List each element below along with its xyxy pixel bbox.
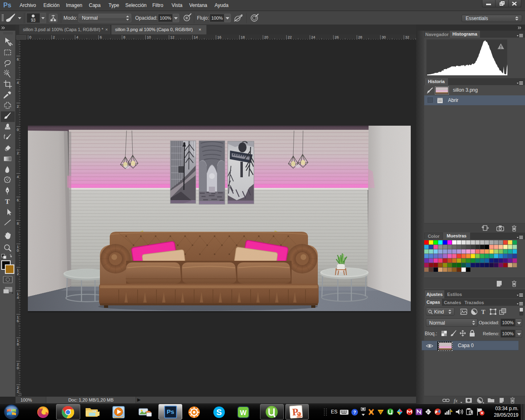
svg-text:0: 0 [17,366,19,370]
svg-text:T: T [5,198,10,205]
svg-text:2: 2 [17,151,19,155]
svg-text:0: 0 [17,248,19,253]
svg-text:Opacidad:: Opacidad: [135,15,158,21]
svg-text:2: 2 [17,104,19,108]
svg-text:8: 8 [17,221,19,226]
svg-text:S: S [216,408,222,417]
svg-text:W: W [240,409,247,417]
svg-text:22: 22 [288,35,292,39]
svg-text:?: ? [353,410,356,415]
svg-text:T: T [481,309,485,315]
svg-text:8: 8 [123,35,125,39]
svg-text:20: 20 [264,35,268,39]
svg-text:Flujo:: Flujo: [197,15,209,21]
svg-text:24: 24 [311,35,315,39]
svg-text:6: 6 [100,35,102,39]
svg-text:fx: fx [454,397,458,404]
svg-text:6: 6 [17,198,19,202]
svg-text:P: P [292,406,299,418]
svg-text:93: 93 [31,18,36,23]
svg-text:30: 30 [382,35,386,39]
svg-text:Normal: Normal [82,15,98,21]
svg-text:0: 0 [17,128,19,132]
svg-text:26: 26 [335,35,339,39]
svg-text:0: 0 [29,35,32,39]
svg-text:18: 18 [241,35,245,39]
svg-text:32: 32 [405,35,409,39]
svg-text:12: 12 [170,35,174,39]
svg-text:10: 10 [147,35,151,39]
svg-text:4: 4 [17,175,19,179]
svg-text:100%: 100% [211,16,223,20]
svg-text:14: 14 [194,35,198,39]
svg-text:4: 4 [17,296,19,300]
svg-text:4: 4 [76,35,78,39]
svg-text:Modo:: Modo: [63,15,77,21]
svg-text:2: 2 [17,272,19,276]
svg-text:100%: 100% [160,16,171,20]
svg-text:28: 28 [358,35,362,39]
svg-text:6: 6 [17,57,19,61]
svg-text:8: 8 [17,342,19,346]
svg-text:4: 4 [17,81,19,85]
svg-text:2: 2 [53,35,55,39]
svg-text:16: 16 [217,35,221,39]
svg-text:6: 6 [17,319,19,323]
